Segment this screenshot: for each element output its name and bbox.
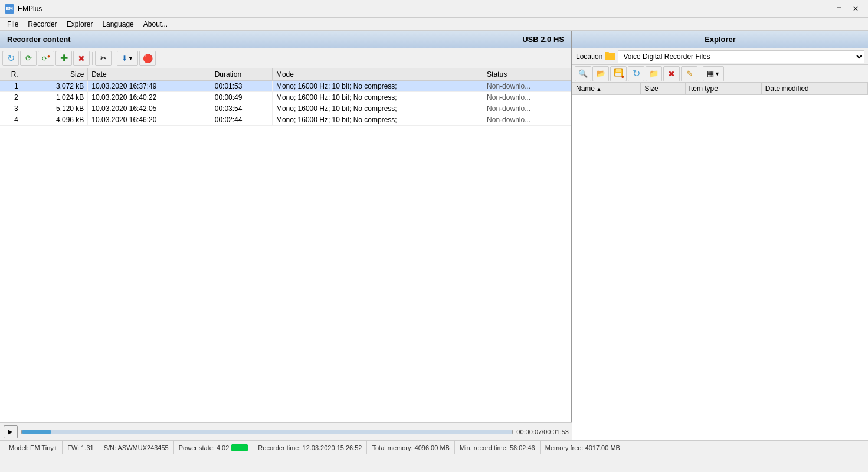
table-row[interactable]: 3 5,120 kB 10.03.2020 16:42:05 00:03:54 …: [0, 103, 571, 114]
cell-status: Non-downlo...: [483, 114, 571, 126]
col-header-duration[interactable]: Duration: [211, 68, 272, 81]
explorer-delete-btn[interactable]: ✖: [663, 66, 680, 81]
recorder-connect-btn[interactable]: ⟳: [20, 51, 37, 66]
cell-date: 10.03.2020 16:37:49: [88, 81, 211, 92]
recorder-add-btn[interactable]: ✚: [55, 51, 72, 66]
progress-fill: [22, 430, 51, 434]
cell-size: 1,024 kB: [22, 92, 88, 103]
explorer-refresh-btn[interactable]: ↻: [628, 66, 644, 81]
open-icon: 🔍: [578, 69, 588, 78]
window-controls: — □ ✕: [815, 3, 863, 15]
explorer-title: Explorer: [705, 35, 736, 44]
recorder-warning-btn[interactable]: 🔴: [139, 51, 156, 66]
play-button[interactable]: ▶: [4, 425, 18, 438]
refresh-icon: ↻: [7, 53, 15, 64]
cell-date: 10.03.2020 16:40:22: [88, 92, 211, 103]
explorer-header: Explorer: [572, 31, 868, 48]
menu-item-file[interactable]: File: [2, 19, 23, 30]
col-header-status[interactable]: Status: [483, 68, 571, 81]
delete-icon: ✖: [78, 54, 85, 63]
status-sn: S/N: ASWMUX243455: [99, 441, 174, 454]
explorer-col-modified[interactable]: Date modified: [761, 83, 867, 95]
connect-icon: ⟳: [25, 54, 32, 63]
cell-mode: Mono; 16000 Hz; 10 bit; No compress;: [272, 103, 483, 114]
power-indicator: [231, 444, 248, 451]
explorer-col-name[interactable]: Name: [572, 83, 641, 95]
cell-mode: Mono; 16000 Hz; 10 bit; No compress;: [272, 81, 483, 92]
rename-icon: ✎: [686, 69, 693, 78]
explorer-location-bar: Location Voice Digital Recorder Files: [572, 48, 868, 65]
usb-label: USB 2.0 HS: [522, 35, 564, 44]
recorder-title: Recorder content: [7, 35, 71, 44]
app-title: EMPlus: [18, 5, 815, 13]
col-header-size[interactable]: Size: [22, 68, 88, 81]
svg-rect-3: [616, 69, 621, 72]
status-memory-free: Memory free: 4017.00 MB: [541, 441, 625, 454]
cell-num: 1: [0, 81, 22, 92]
location-label: Location: [576, 53, 602, 61]
time-label: 00:00:07/00:01:53: [516, 428, 569, 435]
recorder-transfer-btn[interactable]: ⬇ ▼: [117, 51, 138, 66]
cell-mode: Mono; 16000 Hz; 10 bit; No compress;: [272, 92, 483, 103]
explorer-rename-btn[interactable]: ✎: [681, 66, 697, 81]
separator-2: [114, 52, 114, 65]
cell-size: 4,096 kB: [22, 114, 88, 126]
table-row[interactable]: 4 4,096 kB 10.03.2020 16:46:20 00:02:44 …: [0, 114, 571, 126]
cell-num: 2: [0, 92, 22, 103]
save-icon: ●: [614, 68, 623, 78]
recorder-data-table: R. Size Date Duration Mode Status 1 3,07…: [0, 68, 571, 126]
recorder-refresh-btn[interactable]: ↻: [2, 51, 19, 66]
status-bar: Model: EM Tiny+ FW: 1.31 S/N: ASWMUX2434…: [0, 440, 868, 454]
recorder-delete-btn[interactable]: ✖: [73, 51, 90, 66]
menu-item-about[interactable]: About...: [139, 19, 172, 30]
svg-rect-1: [605, 52, 609, 54]
explorer-panel: Explorer Location Voice Digital Recorder…: [572, 31, 868, 440]
player-bar: ▶ 00:00:07/00:01:53: [0, 422, 572, 440]
recorder-edit-btn[interactable]: ✂: [95, 51, 112, 66]
table-row[interactable]: 1 3,072 kB 10.03.2020 16:37:49 00:01:53 …: [0, 81, 571, 92]
menu-bar: FileRecorderExplorerLanguageAbout...: [0, 18, 868, 31]
cell-duration: 00:01:53: [211, 81, 272, 92]
recorder-sync-btn[interactable]: ⟳●: [38, 51, 54, 66]
table-row[interactable]: 2 1,024 kB 10.03.2020 16:40:22 00:00:49 …: [0, 92, 571, 103]
col-header-mode[interactable]: Mode: [272, 68, 483, 81]
cell-duration: 00:03:54: [211, 103, 272, 114]
close-button[interactable]: ✕: [848, 3, 863, 15]
edit-icon: ✂: [100, 54, 107, 63]
menu-item-explorer[interactable]: Explorer: [62, 19, 98, 30]
explorer-sep: [700, 67, 700, 80]
explorer-file-table: Name Size Item type Date modified: [572, 83, 868, 95]
cell-date: 10.03.2020 16:42:05: [88, 103, 211, 114]
explorer-content: Name Size Item type Date modified: [572, 83, 868, 440]
add-icon: ✚: [60, 53, 68, 64]
menu-item-language[interactable]: Language: [97, 19, 138, 30]
main-container: Recorder content USB 2.0 HS ↻ ⟳ ⟳● ✚: [0, 31, 868, 440]
explorer-col-size[interactable]: Size: [641, 83, 685, 95]
cell-status: Non-downlo...: [483, 81, 571, 92]
status-power: Power state: 4.02: [174, 441, 254, 454]
col-header-date[interactable]: Date: [88, 68, 211, 81]
cell-size: 5,120 kB: [22, 103, 88, 114]
maximize-button[interactable]: □: [831, 3, 847, 15]
explorer-new-folder-btn[interactable]: 📁: [646, 66, 662, 81]
minimize-button[interactable]: —: [815, 3, 830, 15]
recorder-toolbar: ↻ ⟳ ⟳● ✚ ✖ ✂: [0, 48, 571, 68]
cell-date: 10.03.2020 16:46:20: [88, 114, 211, 126]
recorder-tbody: 1 3,072 kB 10.03.2020 16:37:49 00:01:53 …: [0, 81, 571, 126]
explorer-open-btn[interactable]: 🔍: [575, 66, 591, 81]
warning-icon: 🔴: [143, 54, 153, 63]
explorer-view-btn[interactable]: ▦ ▼: [703, 66, 724, 81]
menu-item-recorder[interactable]: Recorder: [23, 19, 61, 30]
play-icon: ▶: [8, 428, 13, 435]
explorer-refresh-icon: ↻: [633, 68, 640, 79]
col-header-num[interactable]: R.: [0, 68, 22, 81]
explorer-col-type[interactable]: Item type: [685, 83, 761, 95]
cell-size: 3,072 kB: [22, 81, 88, 92]
explorer-save-btn[interactable]: ●: [610, 66, 627, 81]
explorer-delete-icon: ✖: [668, 69, 675, 78]
explorer-folder-open-btn[interactable]: 📂: [592, 66, 609, 81]
progress-track[interactable]: [21, 430, 513, 434]
explorer-toolbar: 🔍 📂 ● ↻ 📁: [572, 65, 868, 83]
location-dropdown[interactable]: Voice Digital Recorder Files: [618, 50, 864, 63]
cell-status: Non-downlo...: [483, 103, 571, 114]
